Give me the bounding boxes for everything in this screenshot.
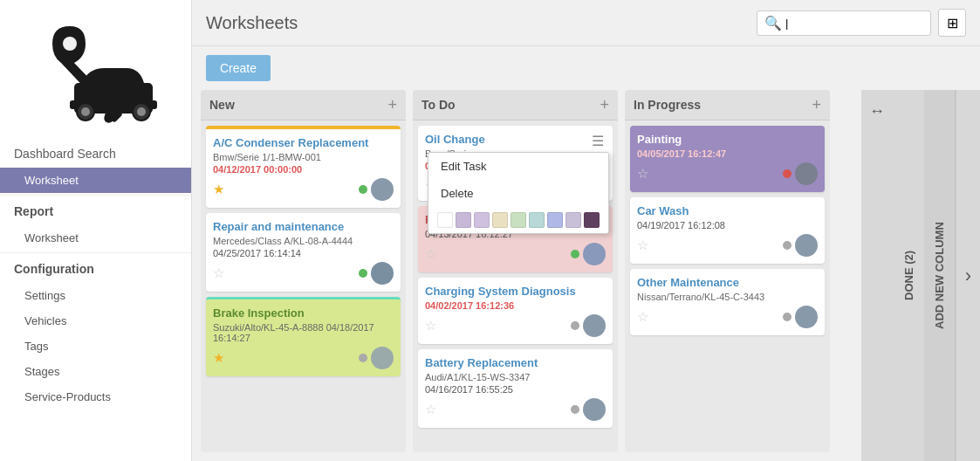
card-title-battery: Battery Replacement <box>425 356 606 369</box>
sidebar-section-configuration[interactable]: Configuration <box>0 255 191 283</box>
color-swatch-white[interactable] <box>437 212 453 228</box>
context-menu-edit-task[interactable]: Edit Task <box>428 153 608 180</box>
card-charging: Charging System Diagnosis 04/02/2017 16:… <box>418 278 613 344</box>
star-icon-carwash[interactable]: ☆ <box>637 237 648 253</box>
card-footer-carwash: ☆ <box>637 234 818 257</box>
star-icon-fuel[interactable]: ☆ <box>425 246 436 262</box>
search-icon: 🔍 <box>764 15 782 31</box>
card-title-other: Other Maintenance <box>637 276 818 289</box>
sidebar-item-worksheet-active[interactable]: Worksheet <box>0 168 191 193</box>
sidebar-item-worksheet-report[interactable]: Worksheet <box>0 225 191 251</box>
context-menu-trigger-oil[interactable]: ☰ <box>590 133 606 149</box>
app-logo <box>26 9 166 131</box>
topbar-right: 🔍 ⊞ <box>757 9 966 37</box>
action-bar: Create <box>192 46 980 90</box>
sidebar-item-stages[interactable]: Stages <box>0 359 191 384</box>
card-indicators-brake <box>359 347 394 369</box>
card-footer-battery: ☆ <box>425 398 606 421</box>
sidebar-item-dashboard-search[interactable]: Dashboard Search <box>0 140 191 168</box>
add-new-column-panel[interactable]: ADD NEW COLUMN <box>924 90 956 461</box>
card-indicators-charging <box>571 314 606 337</box>
card-date-ac: 04/12/2017 00:00:00 <box>213 164 394 175</box>
column-header-progress: In Progress + <box>625 90 830 120</box>
star-icon-ac[interactable]: ★ <box>213 182 224 197</box>
column-add-progress[interactable]: + <box>812 97 821 113</box>
color-swatch-mauve[interactable] <box>565 212 581 228</box>
column-add-new[interactable]: + <box>387 97 397 113</box>
sidebar-item-vehicles[interactable]: Vehicles <box>0 308 191 334</box>
star-icon-repair[interactable]: ☆ <box>213 265 224 281</box>
done-panel[interactable]: DONE (2) <box>893 90 924 461</box>
dot-gray-other <box>783 313 792 321</box>
card-title-carwash: Car Wash <box>637 204 818 217</box>
card-date-repair: 04/25/2017 16:14:14 <box>213 248 394 258</box>
card-ac-condenser: A/C Condenser Replacement Bmw/Serie 1/1-… <box>206 126 401 208</box>
card-indicators-repair <box>359 262 394 285</box>
create-button[interactable]: Create <box>206 55 271 81</box>
dot-gray-charging <box>571 321 579 330</box>
card-footer-repair: ☆ <box>213 262 394 285</box>
star-icon-other[interactable]: ☆ <box>637 309 648 325</box>
color-swatch-lavender[interactable] <box>456 212 471 228</box>
avatar-carwash <box>795 234 818 257</box>
search-input[interactable] <box>785 17 925 30</box>
color-palette <box>428 207 608 233</box>
card-footer-other: ☆ <box>637 306 818 328</box>
sidebar: Dashboard Search Worksheet Report Worksh… <box>0 0 192 461</box>
nav-divider <box>0 195 191 196</box>
column-cards-todo: Oil Change Bmw/Serie... 04/05/2017... ☰ … <box>413 120 618 452</box>
card-indicators-other <box>783 306 818 328</box>
card-date-carwash: 04/19/2017 16:12:08 <box>637 220 818 230</box>
column-todo: To Do + Oil Change Bmw/Serie... 04/05/20… <box>413 90 618 452</box>
star-icon-brake[interactable]: ★ <box>213 350 224 366</box>
card-painting: Painting 04/05/2017 16:12:47 ☆ <box>630 126 825 192</box>
avatar-ac <box>371 178 394 201</box>
color-swatch-teal-light[interactable] <box>529 212 545 228</box>
column-new: New + A/C Condenser Replacement Bmw/Seri… <box>201 90 406 452</box>
star-icon-battery[interactable]: ☆ <box>425 402 436 417</box>
card-battery: Battery Replacement Audi/A1/KL-15-WS-334… <box>418 349 613 428</box>
column-title-new: New <box>209 98 235 112</box>
star-icon-charging[interactable]: ☆ <box>425 318 436 334</box>
kanban-board: New + A/C Condenser Replacement Bmw/Seri… <box>192 90 861 461</box>
card-date-painting: 04/05/2017 16:12:47 <box>637 148 818 159</box>
grid-view-button[interactable]: ⊞ <box>938 9 966 37</box>
context-menu-delete[interactable]: Delete <box>428 180 608 207</box>
dot-green-ac <box>359 185 367 194</box>
color-swatch-blue-light[interactable] <box>547 212 563 228</box>
card-indicators-painting <box>783 162 818 185</box>
card-subtitle-brake: Suzuki/Alto/KL-45-A-8888 04/18/2017 16:1… <box>213 322 394 343</box>
column-cards-new: A/C Condenser Replacement Bmw/Serie 1/1-… <box>201 120 406 452</box>
card-title-brake: Brake Inspection <box>213 306 394 320</box>
svg-point-1 <box>63 37 77 51</box>
sidebar-item-service-products[interactable]: Service-Products <box>0 384 191 409</box>
card-brake: Brake Inspection Suzuki/Alto/KL-45-A-888… <box>206 297 401 376</box>
star-icon-painting[interactable]: ☆ <box>637 166 648 182</box>
column-in-progress: In Progress + Painting 04/05/2017 16:12:… <box>625 90 830 452</box>
search-box[interactable]: 🔍 <box>757 10 931 36</box>
column-add-todo[interactable]: + <box>600 97 609 113</box>
chevron-right-button[interactable]: › <box>956 90 980 461</box>
card-car-wash: Car Wash 04/19/2017 16:12:08 ☆ <box>630 197 825 264</box>
grid-icon: ⊞ <box>947 15 958 31</box>
column-header-new: New + <box>201 90 406 120</box>
card-indicators-battery <box>571 398 606 421</box>
sidebar-item-settings[interactable]: Settings <box>0 283 191 308</box>
card-indicators-carwash <box>783 234 818 257</box>
sidebar-section-report[interactable]: Report <box>0 197 191 225</box>
color-swatch-cream[interactable] <box>492 212 508 228</box>
dot-gray-battery <box>571 405 579 414</box>
card-subtitle-repair: Mercedes/Class A/KL-08-A-4444 <box>213 236 394 246</box>
color-swatch-dark-purple[interactable] <box>584 212 600 228</box>
arrow-left-right-button[interactable]: ↔ <box>863 97 891 125</box>
color-swatch-purple-light[interactable] <box>474 212 490 228</box>
color-swatch-green-light[interactable] <box>511 212 526 228</box>
sidebar-item-tags[interactable]: Tags <box>0 334 191 359</box>
avatar-other <box>795 306 818 328</box>
column-cards-progress: Painting 04/05/2017 16:12:47 ☆ Car Was <box>625 120 830 452</box>
column-title-progress: In Progress <box>634 98 701 112</box>
dot-green-fuel <box>571 250 579 258</box>
card-oil-change: Oil Change Bmw/Serie... 04/05/2017... ☰ … <box>418 126 613 201</box>
card-date-charging: 04/02/2017 16:12:36 <box>425 300 606 311</box>
card-date-battery: 04/16/2017 16:55:25 <box>425 384 606 395</box>
